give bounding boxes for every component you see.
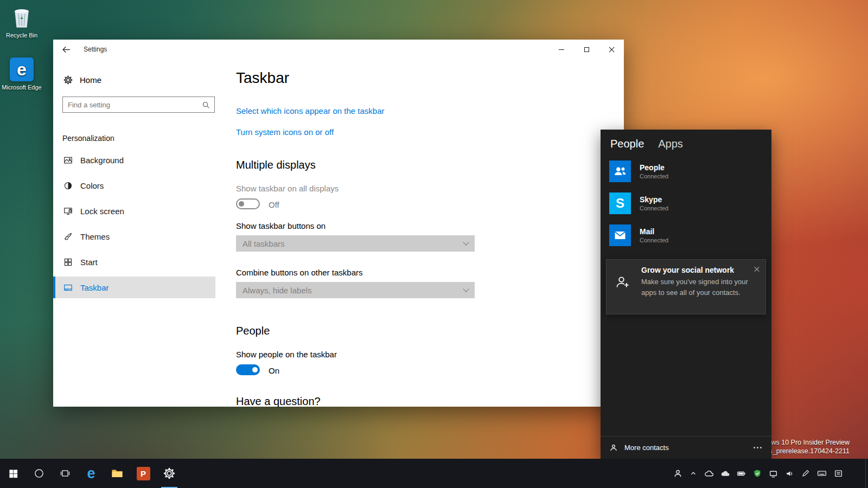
page-title: Taskbar [236, 69, 289, 87]
windows-logo-icon [8, 468, 18, 479]
sidebar-home-label: Home [80, 75, 101, 85]
mail-icon [609, 224, 631, 246]
close-button[interactable] [599, 40, 624, 59]
maximize-icon [584, 47, 589, 52]
desktop-icon-microsoft-edge[interactable]: e Microsoft Edge [0, 57, 43, 91]
maximize-button[interactable] [574, 40, 599, 59]
sidebar-item-start[interactable]: Start [53, 251, 215, 273]
minimize-button[interactable] [549, 40, 574, 59]
sidebar-item-taskbar[interactable]: Taskbar [53, 277, 215, 298]
callout-body: Make sure you've signed into your apps t… [641, 277, 749, 298]
taskbar-buttons-on-label: Show taskbar buttons on [236, 221, 326, 230]
tab-apps[interactable]: Apps [658, 138, 683, 150]
chevron-down-icon [463, 239, 469, 245]
pen-icon[interactable] [801, 469, 810, 478]
combine-buttons-dropdown[interactable]: Always, hide labels [236, 282, 475, 298]
system-icons-link[interactable]: Turn system icons on or off [236, 127, 334, 137]
cortana-search-button[interactable] [26, 459, 52, 488]
more-options-icon[interactable] [752, 444, 763, 452]
show-taskbar-all-displays-toggle[interactable] [236, 198, 260, 209]
list-item-people-app[interactable]: People Connected [601, 158, 771, 184]
dropdown-value: Always, hide labels [242, 286, 464, 295]
search-icon[interactable] [202, 101, 210, 109]
chevron-up-icon[interactable] [690, 470, 697, 477]
select-icons-link[interactable]: Select which icons appear on the taskbar [236, 106, 385, 115]
system-tray [673, 459, 868, 488]
minimize-icon [559, 49, 564, 50]
network-icon[interactable] [769, 469, 778, 478]
show-people-label: Show people on the taskbar [236, 350, 337, 359]
app-name: People [640, 163, 668, 172]
taskbar-buttons-on-dropdown[interactable]: All taskbars [236, 235, 475, 252]
app-status: Connected [640, 173, 668, 179]
toggle-knob [239, 201, 244, 207]
grow-network-callout: Grow your social network Make sure you'v… [606, 259, 766, 314]
app-name: Mail [640, 227, 668, 236]
search-box [62, 97, 215, 113]
powerpoint-glyph: P [141, 469, 146, 478]
list-item-mail-app[interactable]: Mail Connected [601, 222, 771, 248]
battery-icon[interactable] [737, 469, 746, 478]
add-person-icon [615, 274, 631, 290]
volume-icon[interactable] [785, 469, 794, 478]
sidebar-item-label: Lock screen [80, 207, 124, 216]
watermark-line-1: dows 10 Pro Insider Preview [761, 438, 850, 447]
people-tray-icon[interactable] [673, 469, 682, 478]
toggle-state-label: On [269, 366, 279, 375]
app-status: Connected [640, 237, 668, 243]
dropdown-value: All taskbars [242, 239, 464, 248]
settings-page-content: Taskbar Select which icons appear on the… [236, 40, 545, 407]
multiple-displays-heading: Multiple displays [236, 159, 316, 171]
taskbar-buttons: e P [0, 459, 182, 488]
show-desktop-button[interactable] [865, 459, 868, 488]
themes-icon [63, 232, 73, 241]
back-icon[interactable] [61, 44, 72, 55]
cloud-icon[interactable] [720, 469, 730, 478]
close-icon [608, 46, 615, 53]
action-center-icon[interactable] [834, 469, 843, 478]
settings-window: Settings Home [53, 40, 624, 407]
desktop-icon-recycle-bin[interactable]: Recycle Bin [0, 4, 43, 39]
window-controls [549, 40, 624, 59]
edge-icon: e [87, 465, 95, 482]
task-view-icon [60, 468, 71, 479]
person-icon [609, 444, 618, 452]
toggle-state-label: Off [269, 200, 279, 209]
cortana-circle-icon [34, 468, 44, 479]
search-input[interactable] [63, 101, 202, 109]
chevron-down-icon [463, 286, 469, 292]
taskbar-icon [63, 283, 73, 292]
security-shield-icon[interactable] [753, 469, 762, 478]
skype-glyph: S [616, 196, 624, 211]
toggle-knob [252, 367, 258, 373]
callout-close-icon[interactable] [754, 266, 760, 272]
have-a-question-heading: Have a question? [236, 395, 321, 408]
list-item-skype-app[interactable]: S Skype Connected [601, 190, 771, 216]
more-contacts-button[interactable]: More contacts [601, 436, 771, 459]
show-people-toggle[interactable] [236, 364, 260, 375]
start-icon [63, 258, 73, 267]
settings-taskbar-button[interactable] [156, 459, 182, 488]
sidebar-item-background[interactable]: Background [53, 149, 215, 171]
powerpoint-button[interactable]: P [130, 459, 156, 488]
onedrive-cloud-icon[interactable] [704, 469, 713, 478]
touch-keyboard-icon[interactable] [817, 468, 827, 478]
app-status: Connected [640, 205, 668, 211]
start-button[interactable] [0, 459, 26, 488]
powerpoint-icon: P [137, 467, 150, 480]
sidebar-item-colors[interactable]: Colors [53, 175, 215, 196]
desktop-icon-label: Recycle Bin [6, 32, 37, 39]
show-taskbar-all-displays-label: Show taskbar on all displays [236, 184, 339, 193]
file-explorer-button[interactable] [104, 459, 130, 488]
task-view-button[interactable] [52, 459, 78, 488]
sidebar-item-home[interactable]: Home [63, 70, 101, 89]
tab-people[interactable]: People [610, 138, 644, 150]
sidebar-item-themes[interactable]: Themes [53, 226, 215, 247]
combine-buttons-label: Combine buttons on other taskbars [236, 268, 362, 277]
file-explorer-icon [111, 467, 124, 480]
edge-taskbar-button[interactable]: e [78, 459, 104, 488]
sidebar-item-lock-screen[interactable]: Lock screen [53, 200, 215, 222]
app-name: Skype [640, 195, 668, 204]
colors-icon [63, 181, 73, 190]
sidebar-item-label: Themes [80, 232, 110, 241]
